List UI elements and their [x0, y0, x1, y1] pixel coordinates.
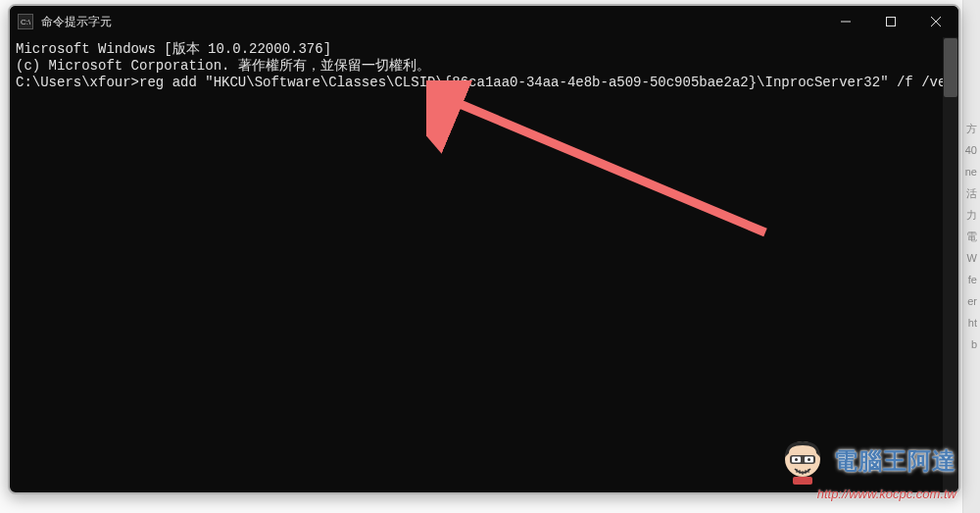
minimize-button[interactable] — [823, 6, 868, 37]
svg-rect-1 — [887, 18, 896, 26]
svg-rect-17 — [793, 477, 812, 485]
background-page-strip: 方40ne活力電Wfeerhtb — [962, 0, 980, 513]
terminal-body[interactable]: Microsoft Windows [版本 10.0.22000.376] (c… — [10, 37, 958, 492]
svg-point-11 — [808, 458, 810, 461]
terminal-line: Microsoft Windows [版本 10.0.22000.376] — [16, 41, 953, 58]
window-title: 命令提示字元 — [41, 14, 823, 30]
scrollbar-thumb[interactable] — [944, 38, 957, 97]
watermark: 電腦王阿達 http://www.kocpc.com.tw — [779, 437, 956, 501]
close-button[interactable] — [913, 6, 958, 37]
cmd-icon: C:\ — [18, 14, 33, 29]
window-controls — [823, 6, 958, 37]
watermark-url: http://www.kocpc.com.tw — [779, 487, 956, 501]
terminal-line: C:\Users\xfour>reg add "HKCU\Software\Cl… — [16, 75, 953, 91]
maximize-button[interactable] — [868, 6, 913, 37]
terminal-line: (c) Microsoft Corporation. 著作權所有，並保留一切權利… — [16, 58, 953, 75]
watermark-avatar-icon — [779, 437, 826, 485]
window-titlebar[interactable]: C:\ 命令提示字元 — [10, 6, 958, 37]
watermark-logo: 電腦王阿達 — [779, 437, 956, 485]
terminal-scrollbar[interactable] — [943, 37, 958, 492]
watermark-brand: 電腦王阿達 — [834, 445, 956, 477]
cmd-icon-text: C:\ — [21, 18, 30, 26]
command-prompt-window: C:\ 命令提示字元 Microsoft Windows [版本 10.0.22… — [8, 4, 960, 494]
svg-point-10 — [795, 458, 798, 461]
